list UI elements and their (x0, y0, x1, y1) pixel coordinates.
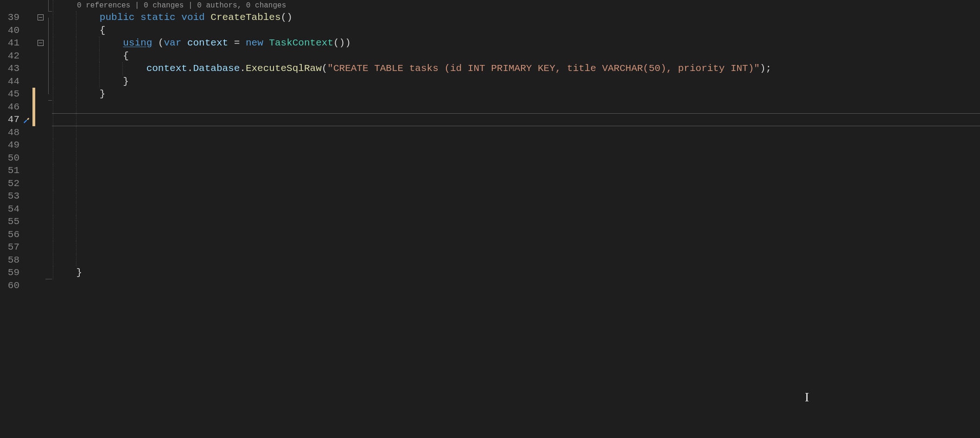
code-line[interactable] (52, 228, 980, 241)
fold-toggle[interactable] (35, 40, 45, 46)
code-line[interactable]: using (var context = new TaskContext()) (52, 37, 980, 50)
line-number: 46 (0, 102, 21, 112)
code-line[interactable] (52, 152, 980, 165)
code-action-button[interactable] (21, 116, 32, 123)
token-brace: } (100, 89, 106, 99)
code-line[interactable] (52, 139, 980, 152)
line-number: 59 (0, 267, 21, 278)
token-variable: context (187, 38, 228, 48)
line-number: 53 (0, 191, 21, 201)
ruler (45, 0, 52, 11)
token-keyword: new (246, 38, 263, 48)
code-line[interactable]: { (52, 50, 980, 63)
token-brace: } (123, 76, 129, 87)
change-bar-blank (32, 0, 35, 11)
change-bar-modified[interactable] (32, 88, 35, 101)
token-brace: { (100, 25, 106, 36)
code-line[interactable]: } (52, 75, 980, 88)
code-line[interactable]: } (52, 266, 980, 279)
line-number: 52 (0, 178, 21, 189)
code-line[interactable] (52, 215, 980, 228)
code-line[interactable] (52, 203, 980, 216)
token-keyword: var (164, 38, 181, 48)
line-number: 57 (0, 242, 21, 252)
token-variable: context (146, 63, 187, 74)
gutter-row: 44 (0, 75, 52, 88)
screwdriver-icon[interactable] (23, 116, 30, 123)
line-number: 48 (0, 127, 21, 138)
code-line[interactable]: public static void CreateTables() (52, 11, 980, 24)
text-cursor-icon (805, 390, 813, 402)
gutter-row (0, 0, 52, 11)
gutter-row: 40 (0, 24, 52, 37)
code-line[interactable] (52, 241, 980, 254)
code-line[interactable] (52, 254, 980, 267)
gutter-row: 39 (0, 11, 52, 24)
token-type: TaskContext (269, 38, 333, 48)
gutter-row: 46 (0, 101, 52, 114)
token-property: Database (193, 63, 240, 74)
token-keyword: void (181, 12, 204, 23)
line-number: 43 (0, 63, 21, 74)
token-brace: } (76, 267, 82, 278)
line-number: 49 (0, 140, 21, 150)
gutter-row: 41 (0, 37, 52, 50)
line-number: 40 (0, 25, 21, 36)
code-line[interactable] (52, 279, 980, 292)
gutter-row-current: 47 (0, 113, 52, 126)
token-keyword: using (123, 38, 152, 48)
collapse-icon[interactable] (38, 14, 44, 20)
line-number-current: 47 (0, 114, 21, 125)
line-number: 54 (0, 204, 21, 214)
gutter-row: 59 (0, 266, 52, 279)
indent-guide (53, 0, 53, 11)
line-number: 58 (0, 255, 21, 265)
code-line[interactable] (52, 177, 980, 190)
token-function: CreateTables (210, 12, 280, 23)
codelens-text[interactable]: 0 references | 0 changes | 0 authors, 0 … (52, 0, 980, 11)
fold-toggle[interactable] (35, 14, 45, 20)
line-number: 55 (0, 216, 21, 227)
line-number: 51 (0, 165, 21, 176)
editor-gutter: 39 40 41 42 (0, 0, 52, 438)
code-line[interactable] (52, 126, 980, 139)
change-bar-modified[interactable] (32, 113, 35, 126)
line-number: 44 (0, 76, 21, 87)
line-number: 60 (0, 280, 21, 291)
token-brace: { (123, 51, 129, 61)
gutter-row: 43 (0, 62, 52, 75)
token-function: ExecuteSqlRaw (246, 63, 322, 74)
line-number: 42 (0, 51, 21, 61)
line-number: 41 (0, 38, 21, 48)
code-line[interactable]: } (52, 88, 980, 101)
token-string: "CREATE TABLE tasks (id INT PRIMARY KEY,… (327, 63, 760, 74)
token-keyword: static (140, 12, 176, 23)
line-number: 39 (0, 12, 21, 23)
editor-content[interactable]: 0 references | 0 changes | 0 authors, 0 … (52, 0, 980, 438)
code-line[interactable]: context.Database.ExecuteSqlRaw("CREATE T… (52, 62, 980, 75)
gutter-row: 45 (0, 88, 52, 101)
line-number: 56 (0, 229, 21, 240)
ruler (45, 11, 52, 24)
code-line-current[interactable] (52, 113, 980, 126)
code-line[interactable] (52, 190, 980, 203)
line-number: 50 (0, 153, 21, 163)
change-bar-modified[interactable] (32, 101, 35, 114)
code-editor[interactable]: 39 40 41 42 (0, 0, 980, 438)
code-line[interactable] (52, 164, 980, 177)
line-number: 45 (0, 89, 21, 99)
gutter-row: 42 (0, 50, 52, 63)
token-keyword: public (100, 12, 135, 23)
code-line[interactable] (52, 101, 980, 114)
code-line[interactable]: { (52, 24, 980, 37)
collapse-icon[interactable] (38, 40, 44, 46)
